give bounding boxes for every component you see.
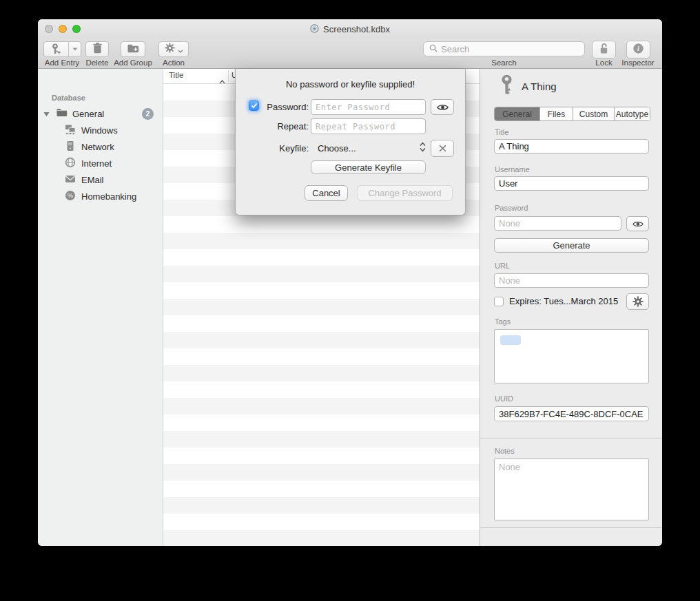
sidebar-item-homebanking[interactable]: % Homebanking <box>38 189 163 204</box>
sheet-repeat-label: Repeat: <box>256 121 309 131</box>
tag-token[interactable] <box>500 335 521 345</box>
sheet-repeat-input[interactable] <box>311 118 426 134</box>
password-field-label: Password <box>495 204 528 212</box>
lock-label: Lock <box>592 59 616 67</box>
sidebar-item-label: Homebanking <box>81 191 136 202</box>
username-field-label: Username <box>495 165 530 173</box>
title-field[interactable] <box>494 139 649 154</box>
sheet-password-label: Password: <box>256 102 309 112</box>
sidebar-item-label: Network <box>81 142 114 152</box>
cancel-button[interactable]: Cancel <box>305 185 348 201</box>
sidebar-item-label: Windows <box>81 125 118 136</box>
sheet-show-password-button[interactable] <box>431 99 454 115</box>
add-group-label: Add Group <box>110 59 156 67</box>
title-field-label: Title <box>495 128 508 136</box>
delete-button[interactable] <box>85 41 109 57</box>
envelope-icon <box>65 173 76 187</box>
macpass-window: Screenshot.kdbx Add Entry Delete <box>38 19 662 546</box>
gear-icon <box>632 296 644 307</box>
change-password-button-label: Change Password <box>368 188 441 198</box>
sheet-password-input[interactable] <box>311 99 426 115</box>
url-field-label: URL <box>495 262 510 270</box>
close-icon <box>438 144 447 153</box>
desktop-background: Screenshot.kdbx Add Entry Delete <box>0 0 700 601</box>
window-title: Screenshot.kdbx <box>323 24 390 34</box>
keyfile-popup-button[interactable]: Choose... <box>311 140 426 157</box>
inspector-panel: A Thing General Files Custom Autotype Ti… <box>480 69 662 546</box>
notes-field-label: Notes <box>495 447 515 455</box>
show-password-button[interactable] <box>626 216 649 231</box>
column-divider[interactable] <box>228 70 229 82</box>
uuid-field[interactable] <box>494 406 649 421</box>
disclosure-triangle-icon[interactable] <box>43 109 50 119</box>
gear-icon <box>165 43 175 56</box>
column-header-title[interactable]: Title <box>169 71 183 79</box>
generate-keyfile-button[interactable]: Generate Keyfile <box>311 160 426 174</box>
tab-custom[interactable]: Custom <box>573 107 615 120</box>
sidebar-item-email[interactable]: EMail <box>38 172 163 187</box>
expires-settings-button[interactable] <box>626 293 649 310</box>
lock-button[interactable] <box>592 41 616 59</box>
toolbar: Add Entry Delete Add Group <box>38 39 662 69</box>
cancel-button-label: Cancel <box>312 188 340 198</box>
section-divider <box>480 438 662 439</box>
add-entry-dropdown-icon <box>69 42 81 56</box>
sidebar-item-general[interactable]: General 2 <box>38 106 163 121</box>
folder-plus-icon <box>127 43 139 56</box>
tab-files[interactable]: Files <box>540 107 573 120</box>
notes-field[interactable] <box>494 458 649 520</box>
action-label: Action <box>158 59 189 67</box>
sheet-message: No password or keyfile supplied! <box>236 79 465 89</box>
sidebar-item-network[interactable]: Network <box>38 139 163 154</box>
expires-label: Expires: Tues...March 2015 <box>509 296 618 306</box>
inspector-button[interactable]: i <box>626 41 650 59</box>
search-label: Search <box>479 59 529 67</box>
chevron-down-icon <box>178 43 183 56</box>
sidebar-section-header: Database <box>52 94 85 102</box>
server-icon <box>65 140 76 154</box>
add-group-button[interactable] <box>121 41 145 57</box>
stepper-arrows-icon <box>420 142 426 155</box>
search-input[interactable] <box>441 44 579 54</box>
tags-field-label: Tags <box>495 317 511 326</box>
generate-password-button[interactable]: Generate <box>494 238 649 253</box>
sheet-keyfile-label: Keyfile: <box>256 143 309 154</box>
tab-general[interactable]: General <box>495 107 540 120</box>
tags-field[interactable] <box>494 329 649 383</box>
password-field[interactable] <box>494 216 621 231</box>
eye-icon <box>437 103 449 112</box>
key-icon <box>500 74 514 98</box>
info-icon: i <box>632 43 644 57</box>
inspector-tabs: General Files Custom Autotype <box>494 107 650 121</box>
keyfile-popup-value: Choose... <box>318 143 356 154</box>
url-field[interactable] <box>494 273 649 288</box>
sidebar-item-label: Internet <box>81 158 112 169</box>
inspector-label: Inspector <box>617 59 659 67</box>
tab-autotype[interactable]: Autotype <box>615 107 650 120</box>
svg-text:i: i <box>637 45 639 52</box>
key-plus-icon <box>44 42 69 56</box>
change-password-button[interactable]: Change Password <box>357 185 453 201</box>
entry-count-badge: 2 <box>142 108 154 120</box>
clear-keyfile-button[interactable] <box>431 140 454 157</box>
sidebar-item-label: General <box>72 109 104 119</box>
sidebar: Database General 2 Windows <box>38 69 163 546</box>
entry-title: A Thing <box>522 81 557 92</box>
add-entry-button[interactable] <box>43 41 81 57</box>
percent-icon: % <box>65 190 76 203</box>
folder-icon <box>56 108 68 119</box>
generate-keyfile-label: Generate Keyfile <box>335 162 402 173</box>
change-password-sheet: No password or keyfile supplied! Passwor… <box>235 69 466 215</box>
uuid-field-label: UUID <box>495 394 513 403</box>
search-field[interactable] <box>423 41 585 56</box>
unlock-icon <box>599 43 609 57</box>
sidebar-item-internet[interactable]: Internet <box>38 156 163 171</box>
svg-text:%: % <box>68 191 74 199</box>
globe-icon <box>65 157 76 170</box>
generate-button-label: Generate <box>553 240 590 251</box>
username-field[interactable] <box>494 176 649 191</box>
title-bar[interactable]: Screenshot.kdbx <box>38 19 662 39</box>
action-button[interactable] <box>158 41 189 57</box>
expires-checkbox[interactable] <box>494 297 504 306</box>
sidebar-item-windows[interactable]: Windows <box>38 123 163 138</box>
